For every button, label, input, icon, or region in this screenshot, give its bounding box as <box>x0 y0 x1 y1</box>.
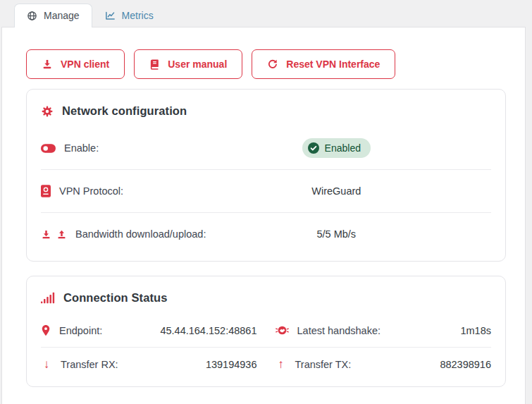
redo-icon <box>267 59 278 70</box>
tab-label: Manage <box>44 10 80 21</box>
button-label: VPN client <box>61 59 109 70</box>
globe-icon <box>27 11 37 21</box>
chart-line-icon <box>105 11 116 21</box>
row-label-group: Enable: <box>41 142 221 154</box>
row-label-group: Bandwidth download/upload: <box>41 228 221 240</box>
item-value: 139194936 <box>127 359 257 370</box>
gear-icon <box>41 105 54 118</box>
row-value: WireGuard <box>221 185 491 197</box>
vpn-protocol-row: VPN Protocol: WireGuard <box>41 170 491 212</box>
toolbar: VPN client User manual Reset VPN Interfa… <box>2 27 525 79</box>
status-row: ↓ Transfer RX: 139194936 ↑ Transfer TX: … <box>41 348 491 381</box>
tab-metrics[interactable]: Metrics <box>92 4 166 27</box>
endpoint-item: Endpoint: 45.44.164.152:48861 <box>41 324 257 336</box>
button-label: User manual <box>168 59 227 70</box>
item-label: Endpoint: <box>59 325 102 336</box>
item-value: 1m18s <box>389 325 491 336</box>
row-label: Bandwidth download/upload: <box>75 228 206 240</box>
check-circle-icon <box>308 142 319 154</box>
card-title: Connection Status <box>63 291 167 305</box>
icon-pair <box>41 229 67 240</box>
row-value: 5/5 Mb/s <box>221 228 491 240</box>
user-manual-button[interactable]: User manual <box>134 49 242 79</box>
signal-bars-icon <box>41 292 55 304</box>
bandwidth-row: Bandwidth download/upload: 5/5 Mb/s <box>41 213 491 255</box>
download-icon <box>42 59 53 70</box>
book-icon <box>149 59 160 70</box>
tab-label: Metrics <box>122 10 154 21</box>
manage-panel: VPN client User manual Reset VPN Interfa… <box>1 27 526 404</box>
item-value: 45.44.164.152:48861 <box>111 325 256 336</box>
tab-bar: Manage Metrics <box>0 0 532 27</box>
item-label: Transfer RX: <box>61 359 118 370</box>
toggle-icon <box>41 144 56 153</box>
transfer-tx-item: ↑ Transfer TX: 882398916 <box>276 358 492 370</box>
passport-icon <box>41 185 51 197</box>
handshake-icon <box>276 325 289 336</box>
tab-manage[interactable]: Manage <box>14 4 92 27</box>
vpn-client-button[interactable]: VPN client <box>26 49 125 79</box>
row-value: Enabled <box>221 138 491 158</box>
download-icon <box>41 229 51 240</box>
arrow-down-icon: ↓ <box>41 358 52 370</box>
location-pin-icon <box>41 324 51 336</box>
item-label: Latest handshake: <box>297 325 381 336</box>
latest-handshake-item: Latest handshake: 1m18s <box>276 325 492 336</box>
row-label: VPN Protocol: <box>59 185 123 197</box>
reset-vpn-interface-button[interactable]: Reset VPN Interface <box>252 49 395 79</box>
status-row: Endpoint: 45.44.164.152:48861 Latest han… <box>41 314 491 347</box>
card-header: Network configuration <box>41 102 491 127</box>
card-header: Connection Status <box>41 288 491 314</box>
enable-row: Enable: Enabled <box>41 127 491 169</box>
arrow-up-icon: ↑ <box>276 358 287 370</box>
transfer-rx-item: ↓ Transfer RX: 139194936 <box>41 358 257 370</box>
item-value: 882398916 <box>359 359 491 370</box>
enabled-status-badge: Enabled <box>302 138 371 158</box>
button-label: Reset VPN Interface <box>286 59 380 70</box>
badge-label: Enabled <box>325 142 361 154</box>
upload-icon <box>56 229 67 240</box>
connection-status-card: Connection Status Endpoint: 45.44.164.15… <box>26 276 506 387</box>
card-title: Network configuration <box>62 104 187 118</box>
row-label: Enable: <box>64 142 99 154</box>
network-configuration-card: Network configuration Enable: <box>26 89 506 262</box>
row-label-group: VPN Protocol: <box>41 185 221 197</box>
item-label: Transfer TX: <box>295 359 352 370</box>
